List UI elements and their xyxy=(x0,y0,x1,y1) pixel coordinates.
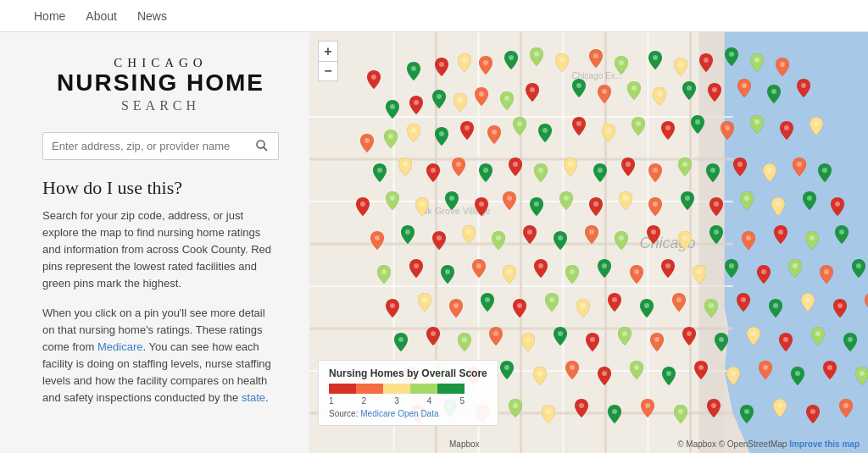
map-pin[interactable] xyxy=(384,130,398,146)
map-pin[interactable] xyxy=(475,87,488,104)
map-pin[interactable] xyxy=(709,225,723,242)
map-pin[interactable] xyxy=(835,225,849,242)
map-pin[interactable] xyxy=(810,117,823,134)
map-pin[interactable] xyxy=(737,79,751,96)
map-pin[interactable] xyxy=(757,265,771,282)
map-pin[interactable] xyxy=(797,79,810,96)
map-pin[interactable] xyxy=(575,399,588,416)
map-pin[interactable] xyxy=(707,399,721,416)
map-pin[interactable] xyxy=(805,231,819,248)
map-pin[interactable] xyxy=(661,259,675,276)
map-pin[interactable] xyxy=(565,265,579,282)
map-pin[interactable] xyxy=(409,259,423,276)
map-pin[interactable] xyxy=(481,293,494,310)
map-pin[interactable] xyxy=(725,47,738,64)
map-pin[interactable] xyxy=(647,225,660,242)
map-pin[interactable] xyxy=(726,367,740,384)
map-pin[interactable] xyxy=(435,58,448,75)
map-pin[interactable] xyxy=(678,231,692,248)
map-pin[interactable] xyxy=(632,117,645,134)
map-pin[interactable] xyxy=(699,53,713,70)
map-pin[interactable] xyxy=(803,191,816,208)
zoom-out-button[interactable]: − xyxy=(318,61,338,81)
map-pin[interactable] xyxy=(432,90,446,107)
map-pin[interactable] xyxy=(462,225,476,242)
map-pin[interactable] xyxy=(674,405,687,422)
map-pin[interactable] xyxy=(415,197,429,214)
map-pin[interactable] xyxy=(833,299,847,316)
map-pin[interactable] xyxy=(593,163,607,180)
map-pin[interactable] xyxy=(530,197,543,214)
search-input[interactable] xyxy=(43,133,246,159)
map-pin[interactable] xyxy=(653,87,666,104)
map-pin[interactable] xyxy=(542,405,555,422)
map-pin[interactable] xyxy=(672,293,686,310)
map-pin[interactable] xyxy=(534,259,548,276)
map-pin[interactable] xyxy=(774,225,787,242)
map-pin[interactable] xyxy=(681,191,694,208)
map-pin[interactable] xyxy=(630,265,643,282)
map-pin[interactable] xyxy=(475,197,488,214)
map-pin[interactable] xyxy=(513,299,526,316)
map-pin[interactable] xyxy=(750,115,764,132)
map-pin[interactable] xyxy=(509,399,522,416)
map-pin[interactable] xyxy=(704,299,718,316)
map-pin[interactable] xyxy=(641,399,654,416)
map-area[interactable]: + − xyxy=(309,32,868,453)
map-pin[interactable] xyxy=(367,70,381,87)
map-pin[interactable] xyxy=(530,47,543,64)
map-pin[interactable] xyxy=(534,163,548,180)
map-pin[interactable] xyxy=(452,157,465,174)
zoom-in-button[interactable]: + xyxy=(318,41,338,61)
map-pin[interactable] xyxy=(608,405,621,422)
map-pin[interactable] xyxy=(648,197,662,214)
map-pin[interactable] xyxy=(771,197,785,214)
map-pin[interactable] xyxy=(576,299,590,316)
map-pin[interactable] xyxy=(521,333,535,350)
map-pin[interactable] xyxy=(780,121,793,138)
map-pin[interactable] xyxy=(678,157,692,174)
map-pin[interactable] xyxy=(806,405,820,422)
map-pin[interactable] xyxy=(694,361,708,378)
state-link[interactable]: state xyxy=(242,391,265,404)
map-pin[interactable] xyxy=(630,361,643,378)
map-pin[interactable] xyxy=(750,53,764,70)
map-pin[interactable] xyxy=(602,124,615,141)
search-button[interactable] xyxy=(246,133,278,158)
map-pin[interactable] xyxy=(608,293,621,310)
map-pin[interactable] xyxy=(733,157,747,174)
map-pin[interactable] xyxy=(619,191,632,208)
map-pin[interactable] xyxy=(682,327,696,344)
map-pin[interactable] xyxy=(418,293,431,310)
map-pin[interactable] xyxy=(554,231,567,248)
map-pin[interactable] xyxy=(526,83,539,100)
map-pin[interactable] xyxy=(503,191,516,208)
map-pin[interactable] xyxy=(533,367,547,384)
map-pin[interactable] xyxy=(725,259,738,276)
map-pin[interactable] xyxy=(500,361,514,378)
map-pin[interactable] xyxy=(370,231,384,248)
map-pin[interactable] xyxy=(564,157,577,174)
map-pin[interactable] xyxy=(820,265,833,282)
map-pin[interactable] xyxy=(432,231,446,248)
map-pin[interactable] xyxy=(691,115,704,132)
map-pin[interactable] xyxy=(356,197,370,214)
map-pin[interactable] xyxy=(377,265,391,282)
map-pin[interactable] xyxy=(742,231,755,248)
map-pin[interactable] xyxy=(572,79,586,96)
map-pin[interactable] xyxy=(621,157,635,174)
map-pin[interactable] xyxy=(740,191,754,208)
map-pin[interactable] xyxy=(453,93,467,110)
map-pin[interactable] xyxy=(801,293,815,310)
map-pin[interactable] xyxy=(398,157,412,174)
map-pin[interactable] xyxy=(386,191,399,208)
map-pin[interactable] xyxy=(472,259,486,276)
map-pin[interactable] xyxy=(839,399,853,416)
map-pin[interactable] xyxy=(823,361,837,378)
map-pin[interactable] xyxy=(585,225,598,242)
map-pin[interactable] xyxy=(674,58,687,75)
map-pin[interactable] xyxy=(479,163,492,180)
map-pin[interactable] xyxy=(426,327,440,344)
map-pin[interactable] xyxy=(843,333,857,350)
map-pin[interactable] xyxy=(538,124,552,141)
